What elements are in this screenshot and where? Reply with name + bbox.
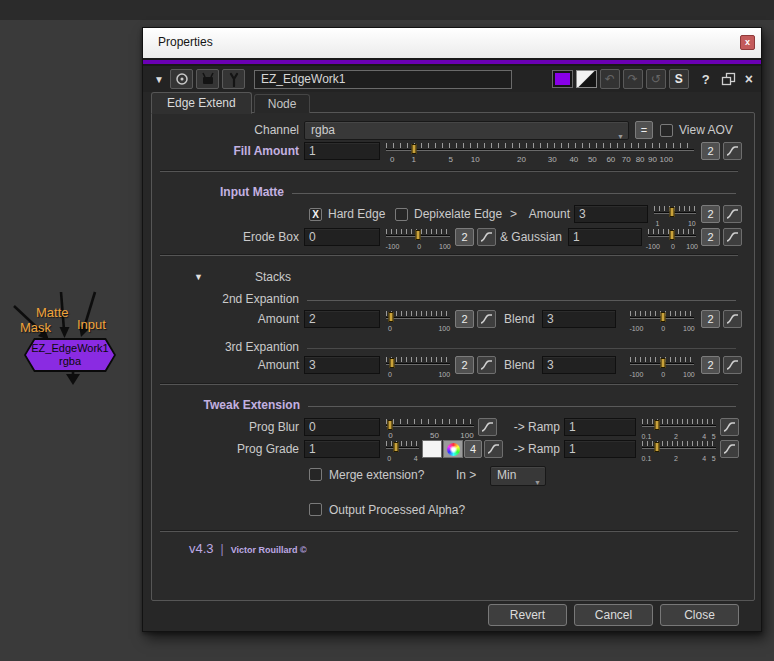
tab-edge-extend[interactable]: Edge Extend (151, 92, 252, 114)
blur-ramp-input[interactable] (564, 418, 636, 436)
channel-equals-button[interactable]: = (635, 121, 653, 139)
grade-ramp-curve-button[interactable] (720, 440, 739, 458)
tick-label: 10 (471, 155, 480, 164)
circle-dot-icon (175, 72, 189, 86)
slider-ticks (386, 357, 450, 362)
help-icon[interactable]: ? (702, 72, 710, 87)
third-blend-slider[interactable]: -100 0 100 (630, 356, 694, 376)
monitor-button[interactable] (196, 69, 219, 89)
output-alpha-checkbox[interactable] (309, 503, 322, 516)
tab-node[interactable]: Node (254, 94, 311, 113)
ramp-label: -> Ramp (502, 420, 560, 434)
prog-blur-curve-button[interactable] (478, 418, 497, 436)
depixelate-edge-checkbox[interactable] (395, 208, 408, 221)
panel-close-icon[interactable]: × (745, 71, 753, 87)
erode-box-curve-button[interactable] (477, 228, 496, 246)
ez-edgework-node[interactable]: EZ_EdgeWork1 rgba (24, 338, 116, 372)
fill-amount-slider[interactable]: 0 1 5 10 20 30 40 50 60 70 80 90 100 (386, 142, 694, 162)
revert-knobs-button[interactable]: ↺ (646, 69, 666, 89)
grade-ramp-slider[interactable]: 0.1 2 4 5 (642, 440, 716, 460)
blur-ramp-slider[interactable]: 0.1 2 4 5 (642, 418, 716, 438)
prog-grade-input[interactable] (304, 440, 380, 458)
third-blend-multivalue-button[interactable]: 2 (701, 356, 720, 374)
third-blend-curve-button[interactable] (723, 356, 742, 374)
script-button[interactable]: S (669, 69, 689, 89)
fill-amount-multivalue-button[interactable]: 2 (701, 142, 720, 160)
erode-box-slider[interactable]: -100 0 100 (386, 228, 450, 248)
fill-amount-input[interactable] (304, 142, 380, 160)
third-amount-slider[interactable]: 0 100 (386, 356, 450, 376)
grade-ramp-input[interactable] (564, 440, 636, 458)
slider-handle[interactable] (390, 358, 395, 368)
slider-handle[interactable] (389, 312, 394, 322)
merge-mode-select[interactable]: Min ▼ (490, 466, 546, 486)
slider-handle[interactable] (669, 207, 674, 217)
tick-label: 100 (683, 371, 695, 378)
depixelate-amount-curve-button[interactable] (723, 205, 742, 223)
slider-handle[interactable] (393, 442, 398, 452)
tick-label: 30 (548, 155, 557, 164)
gaussian-input[interactable] (568, 228, 642, 246)
gaussian-multivalue-button[interactable]: 2 (701, 228, 720, 246)
gaussian-slider[interactable]: -100 0 100 (648, 228, 696, 248)
hard-edge-checkbox[interactable]: X (309, 208, 322, 221)
slider-handle[interactable] (416, 230, 421, 240)
slider-handle[interactable] (661, 312, 666, 322)
channel-select[interactable]: rgba ▼ (304, 121, 629, 140)
slider-handle[interactable] (670, 230, 675, 240)
gl-color-swatch[interactable] (576, 70, 597, 88)
view-aov-checkbox[interactable] (660, 124, 673, 137)
panel-collapse-icon[interactable]: ▼ (151, 74, 167, 85)
depixelate-amount-slider[interactable]: 1 10 (654, 205, 696, 225)
merge-extension-checkbox[interactable] (309, 468, 322, 481)
depixelate-amount-multivalue-button[interactable]: 2 (701, 205, 720, 223)
slider-handle[interactable] (661, 358, 666, 368)
grade-channels-button[interactable]: 4 (464, 440, 482, 458)
second-amount-curve-button[interactable] (477, 310, 496, 328)
window-close-button[interactable]: x (740, 35, 755, 50)
second-amount-input[interactable] (304, 310, 380, 328)
depixelate-amount-input[interactable] (574, 205, 648, 223)
wrench-button[interactable] (222, 69, 245, 89)
third-amount-input[interactable] (304, 356, 380, 374)
slider-handle[interactable] (654, 442, 659, 452)
slider-handle[interactable] (411, 144, 416, 154)
node-color-swatch[interactable] (552, 70, 573, 88)
slider-handle[interactable] (387, 420, 392, 430)
third-blend-input[interactable] (542, 356, 616, 374)
redo-button[interactable]: ↷ (623, 69, 643, 89)
third-amount-multivalue-button[interactable]: 2 (455, 356, 474, 374)
node-body[interactable]: EZ_EdgeWork1 rgba (26, 340, 114, 370)
float-window-icon[interactable] (721, 72, 736, 86)
second-blend-slider[interactable]: -100 0 100 (630, 310, 694, 330)
revert-button[interactable]: Revert (488, 604, 567, 626)
fill-amount-curve-button[interactable] (723, 142, 742, 160)
close-button[interactable]: Close (660, 604, 739, 626)
prog-blur-slider[interactable]: 0 50 100 (386, 418, 474, 438)
tick-label: 5 (448, 155, 452, 164)
prog-grade-curve-button[interactable] (484, 440, 503, 458)
cancel-button[interactable]: Cancel (574, 604, 653, 626)
section-line (308, 406, 736, 407)
second-blend-multivalue-button[interactable]: 2 (701, 310, 720, 328)
center-node-button[interactable] (170, 69, 193, 89)
slider-handle[interactable] (654, 420, 659, 430)
second-amount-multivalue-button[interactable]: 2 (455, 310, 474, 328)
node-name-input[interactable] (254, 70, 512, 89)
blur-ramp-curve-button[interactable] (720, 418, 739, 436)
grade-color-swatch[interactable] (422, 440, 442, 458)
monitor-icon (201, 72, 215, 86)
gaussian-curve-button[interactable] (723, 228, 742, 246)
second-blend-input[interactable] (542, 310, 616, 328)
prog-grade-slider[interactable]: 0 4 (386, 440, 419, 460)
erode-box-multivalue-button[interactable]: 2 (455, 228, 474, 246)
prog-blur-input[interactable] (304, 418, 380, 436)
undo-button[interactable]: ↶ (600, 69, 620, 89)
third-amount-curve-button[interactable] (477, 356, 496, 374)
stacks-collapse-icon[interactable]: ▼ (194, 272, 203, 282)
erode-box-input[interactable] (304, 228, 380, 246)
second-amount-slider[interactable]: 0 100 (386, 310, 450, 330)
color-wheel-button[interactable] (443, 440, 463, 458)
window-titlebar[interactable]: Properties x (143, 28, 761, 58)
second-blend-curve-button[interactable] (723, 310, 742, 328)
